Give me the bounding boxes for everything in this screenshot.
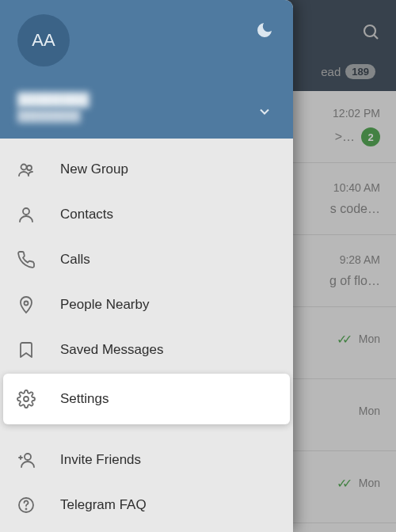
drawer-header: AA ████████ ████████	[0, 0, 293, 139]
menu-item-invite-friends[interactable]: Invite Friends	[0, 437, 293, 482]
help-icon	[16, 496, 36, 515]
svg-point-11	[26, 508, 27, 509]
menu-label: Invite Friends	[60, 452, 141, 468]
user-name: ████████	[17, 91, 89, 108]
group-icon	[16, 160, 36, 179]
drawer-menu: New Group Contacts Calls People Nearby S…	[0, 139, 293, 527]
menu-item-settings[interactable]: Settings	[3, 374, 290, 424]
avatar[interactable]: AA	[17, 14, 70, 66]
svg-point-7	[25, 454, 31, 460]
menu-label: Calls	[60, 252, 90, 268]
menu-label: People Nearby	[60, 297, 149, 313]
menu-label: New Group	[60, 162, 128, 177]
navigation-drawer: AA ████████ ████████ New Group Contacts …	[0, 0, 293, 532]
menu-item-people-nearby[interactable]: People Nearby	[0, 282, 293, 327]
menu-label: Contacts	[60, 207, 113, 222]
menu-item-calls[interactable]: Calls	[0, 237, 293, 282]
menu-label: Saved Messages	[60, 342, 163, 358]
menu-item-saved-messages[interactable]: Saved Messages	[0, 327, 293, 372]
svg-point-2	[21, 164, 27, 169]
night-mode-icon[interactable]	[255, 21, 274, 40]
account-switcher[interactable]: ████████ ████████	[17, 91, 277, 127]
gear-icon	[16, 390, 36, 408]
phone-icon	[16, 250, 36, 269]
svg-point-3	[27, 165, 32, 170]
bookmark-icon	[16, 340, 36, 359]
svg-point-6	[24, 397, 29, 401]
menu-label: Settings	[60, 391, 109, 407]
menu-label: Telegram FAQ	[60, 497, 147, 513]
nearby-icon	[16, 295, 36, 314]
chevron-down-icon[interactable]	[257, 104, 272, 120]
svg-point-5	[25, 301, 29, 305]
menu-item-telegram-faq[interactable]: Telegram FAQ	[0, 482, 293, 527]
person-icon	[16, 205, 36, 224]
menu-item-new-group[interactable]: New Group	[0, 146, 293, 192]
user-phone: ████████	[17, 108, 89, 124]
add-person-icon	[16, 450, 36, 469]
svg-point-4	[23, 208, 29, 215]
menu-item-contacts[interactable]: Contacts	[0, 192, 293, 237]
